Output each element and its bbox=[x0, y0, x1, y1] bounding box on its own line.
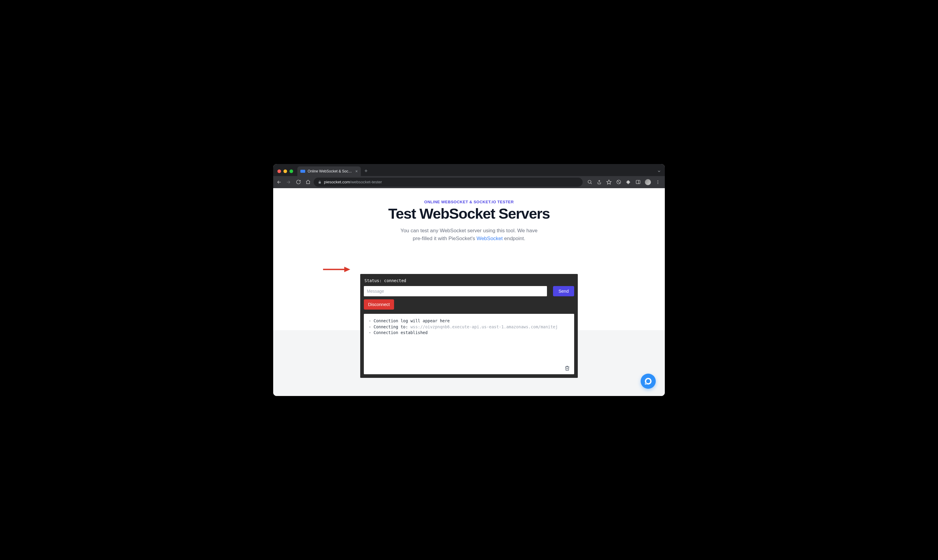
share-icon[interactable] bbox=[596, 179, 602, 185]
profile-avatar[interactable] bbox=[645, 179, 651, 185]
browser-window: Online WebSocket & Socket.io × + bbox=[273, 164, 665, 396]
status-line: Status: connected bbox=[364, 278, 574, 286]
svg-marker-14 bbox=[344, 267, 350, 272]
svg-line-4 bbox=[590, 183, 591, 184]
svg-point-11 bbox=[658, 182, 658, 182]
close-window-button[interactable] bbox=[277, 169, 281, 173]
browser-tab[interactable]: Online WebSocket & Socket.io × bbox=[297, 166, 361, 176]
annotation-arrow-icon bbox=[323, 267, 350, 272]
log-line: - Connecting to: wss://oivzpnqnb6.execut… bbox=[369, 324, 569, 330]
websocket-link[interactable]: WebSocket bbox=[477, 235, 503, 242]
clear-log-button[interactable] bbox=[564, 365, 570, 371]
minimize-window-button[interactable] bbox=[283, 169, 287, 173]
log-line: - Connection log will appear here bbox=[369, 318, 569, 324]
eyebrow-text: ONLINE WEBSOCKET & SOCKET.IO TESTER bbox=[279, 200, 659, 204]
address-bar[interactable]: piesocket.com/websocket-tester bbox=[314, 178, 583, 187]
window-controls bbox=[277, 169, 293, 173]
panel-icon[interactable] bbox=[635, 179, 641, 185]
bookmark-star-icon[interactable] bbox=[606, 179, 611, 185]
chat-widget-button[interactable] bbox=[641, 374, 656, 389]
tab-title: Online WebSocket & Socket.io bbox=[308, 169, 353, 173]
page-viewport: ONLINE WEBSOCKET & SOCKET.IO TESTER Test… bbox=[273, 188, 665, 396]
home-button[interactable] bbox=[305, 179, 311, 185]
disconnect-button[interactable]: Disconnect bbox=[364, 299, 394, 309]
svg-rect-8 bbox=[636, 180, 640, 184]
connection-log: - Connection log will appear here - Conn… bbox=[364, 314, 574, 374]
forward-button[interactable] bbox=[286, 179, 291, 185]
svg-point-3 bbox=[588, 180, 591, 183]
log-url: wss://oivzpnqnb6.execute-api.us-east-1.a… bbox=[410, 325, 558, 329]
svg-point-10 bbox=[658, 180, 658, 181]
svg-point-12 bbox=[658, 183, 658, 184]
tab-favicon bbox=[300, 170, 305, 173]
close-tab-icon[interactable]: × bbox=[355, 169, 358, 174]
maximize-window-button[interactable] bbox=[290, 169, 293, 173]
kebab-menu-icon[interactable] bbox=[655, 179, 661, 185]
adblock-icon[interactable] bbox=[616, 179, 621, 185]
svg-rect-2 bbox=[319, 182, 321, 183]
back-button[interactable] bbox=[276, 179, 282, 185]
zoom-icon[interactable] bbox=[587, 179, 592, 185]
log-line: - Connection established bbox=[369, 330, 569, 336]
send-button[interactable]: Send bbox=[553, 286, 574, 296]
tab-strip: Online WebSocket & Socket.io × + bbox=[273, 164, 665, 176]
websocket-tester-panel: Status: connected Send Disconnect - Conn… bbox=[360, 274, 578, 378]
reload-button[interactable] bbox=[296, 179, 301, 185]
new-tab-button[interactable]: + bbox=[364, 168, 368, 174]
svg-marker-5 bbox=[607, 180, 611, 184]
message-input[interactable] bbox=[364, 286, 547, 296]
status-value: connected bbox=[384, 278, 406, 283]
extensions-icon[interactable] bbox=[625, 179, 631, 185]
page-subtitle: You can test any WebSocket server using … bbox=[396, 227, 542, 242]
lock-icon bbox=[318, 180, 322, 184]
tabs-overflow-icon[interactable] bbox=[657, 169, 661, 173]
page-title: Test WebSocket Servers bbox=[279, 206, 659, 222]
svg-line-7 bbox=[618, 181, 620, 184]
url-text: piesocket.com/websocket-tester bbox=[324, 180, 382, 184]
browser-toolbar: piesocket.com/websocket-tester bbox=[273, 176, 665, 188]
